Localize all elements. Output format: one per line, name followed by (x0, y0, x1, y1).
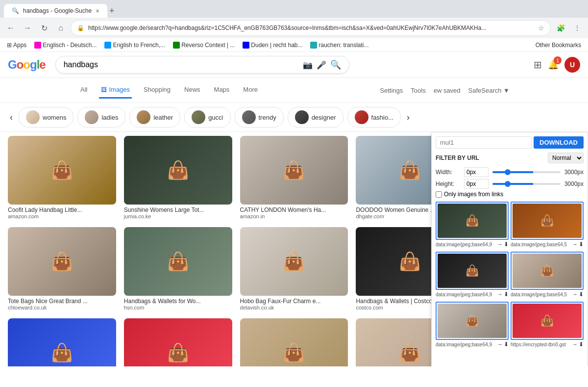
back-button[interactable]: ← (4, 21, 18, 35)
chip-leather[interactable]: leather (129, 107, 180, 128)
shopping-tab-label: Shopping (144, 86, 171, 93)
grid-apps-icon[interactable]: ⊞ (534, 59, 542, 71)
tab-all[interactable]: All (78, 82, 89, 99)
chips-prev-button[interactable]: ‹ (8, 110, 15, 125)
chip-gucci[interactable]: gucci (184, 107, 230, 128)
panel-width-slider[interactable] (492, 171, 561, 173)
bookmark-duden[interactable]: Duden | recht hab... (240, 41, 305, 50)
panel-height-max: 3000px (564, 181, 584, 187)
panel-url-download-5[interactable]: ⬇ (504, 341, 509, 348)
image-card-8[interactable]: 👜 Hobo Bag Faux-Fur Charm e... delavish.… (240, 227, 348, 310)
panel-height-min-input[interactable] (464, 179, 489, 189)
panel-url-download-1[interactable]: ⬇ (504, 241, 509, 248)
panel-filter-row: FILTER BY URL Normal Large Medium Small (436, 153, 584, 163)
panel-url-download-3[interactable]: ⬇ (504, 291, 509, 298)
panel-links-checkbox[interactable] (436, 191, 442, 198)
search-bar[interactable]: 📷 🎤 🔍 (55, 56, 349, 74)
panel-url-download-2[interactable]: ⬇ (579, 241, 584, 248)
tab-favicon: 🔍 (12, 7, 19, 14)
image-card-3[interactable]: 👜 CATHY LONDON Women's Ha... amazon.in (240, 136, 348, 219)
tab-images[interactable]: 🖼 Images (99, 82, 132, 99)
bookmark-apps[interactable]: ⊞ Apps (4, 41, 29, 50)
image-card-2-title: Sunshine Womens Large Tot... (124, 206, 232, 213)
panel-download-button[interactable]: DOWNLOAD (534, 136, 584, 149)
panel-url-row-6: https://encrypted-tbn0.gst → ⬇ (511, 341, 584, 348)
panel-url-download-6[interactable]: ⬇ (579, 341, 584, 348)
panel-url-arrow-3[interactable]: → (497, 291, 503, 298)
chip-ladies[interactable]: ladies (77, 107, 125, 128)
all-tab-label: All (80, 86, 87, 93)
notification-badge[interactable]: 🔔 1 (548, 59, 559, 70)
saved-label: ew saved (434, 87, 461, 94)
bookmark-other[interactable]: Other Bookmarks (533, 41, 584, 50)
bookmark-duden-label: Duden | recht hab... (251, 42, 302, 49)
refresh-button[interactable]: ↻ (37, 21, 51, 35)
settings-link[interactable]: Settings (380, 87, 403, 94)
chip-gucci-circle (192, 110, 205, 124)
tools-link[interactable]: Tools (411, 87, 425, 94)
search-submit-icon[interactable]: 🔍 (330, 59, 341, 70)
bookmark-english-to[interactable]: English to French,... (101, 41, 168, 50)
chip-fashion[interactable]: fashio... (347, 107, 401, 128)
chips-next-button[interactable]: › (405, 110, 412, 125)
image-card-3-title: CATHY LONDON Women's Ha... (240, 206, 348, 213)
search-right-tabs: Settings Tools ew saved SafeSearch ▼ (380, 87, 510, 94)
panel-url-arrow-2[interactable]: → (572, 241, 578, 248)
image-card-1[interactable]: 👜 Coofit Lady Handbag Little... amazon.c… (8, 136, 116, 219)
panel-url-download-4[interactable]: ⬇ (579, 291, 584, 298)
safe-search-label[interactable]: SafeSearch ▼ (468, 87, 510, 94)
bookmark-englisch[interactable]: Englisch - Deutsch... (31, 41, 99, 50)
extensions-button[interactable]: 🧩 (554, 21, 567, 35)
panel-width-min-input[interactable] (464, 167, 489, 177)
bookmark-reverso[interactable]: Reverso Context | ... (170, 41, 238, 50)
panel-filter-input[interactable] (436, 136, 532, 149)
image-card-6-title: Tote Bags Nice Great Brand ... (8, 298, 116, 305)
home-button[interactable]: ⌂ (54, 21, 68, 35)
image-card-7[interactable]: 👜 Handbags & Wallets for Wo... hsn.com (124, 227, 232, 310)
tab-shopping[interactable]: Shopping (142, 82, 172, 99)
camera-search-icon[interactable]: 📷 (303, 60, 313, 70)
voice-search-icon[interactable]: 🎤 (317, 60, 326, 70)
panel-url-arrow-6[interactable]: → (572, 341, 578, 348)
news-tab-label: News (184, 86, 200, 93)
tab-news[interactable]: News (182, 82, 202, 99)
avatar[interactable]: U (564, 57, 580, 73)
image-card-11[interactable]: 👜 Handbags - ShopStyle shopstyle.com (8, 318, 116, 366)
google-header: Google 📷 🎤 🔍 ⊞ 🔔 1 U (0, 52, 588, 78)
address-input[interactable] (88, 25, 534, 31)
bookmark-rauchen[interactable]: rauchen: translati... (307, 41, 371, 50)
address-bar[interactable]: 🔒 ☆ (71, 20, 551, 36)
chip-designer-circle (295, 110, 309, 124)
browser-chrome: 🔍 handbags - Google-Suche ✕ + ← → ↻ ⌂ 🔒 … (0, 0, 588, 52)
chip-trendy-label: trendy (259, 114, 276, 121)
panel-url-row-4: data:image/jpeg;base64,5 → ⬇ (511, 291, 584, 298)
forward-button[interactable]: → (21, 21, 34, 35)
panel-url-text-6: https://encrypted-tbn0.gst (511, 342, 571, 347)
panel-url-arrow-4[interactable]: → (572, 291, 578, 298)
panel-img-group-2: 👜 data:image/jpeg;base64,5 → ⬇ (511, 202, 584, 250)
panel-url-arrow-1[interactable]: → (497, 241, 503, 248)
tab-bar: 🔍 handbags - Google-Suche ✕ + (0, 0, 588, 18)
panel-input-row: DOWNLOAD (436, 136, 584, 149)
image-card-6[interactable]: 👜 Tote Bags Nice Great Brand ... chloewa… (8, 227, 116, 310)
tab-close[interactable]: ✕ (96, 8, 99, 14)
bookmarks-bar: ⊞ Apps Englisch - Deutsch... English to … (0, 38, 588, 52)
panel-normal-select[interactable]: Normal Large Medium Small (548, 153, 584, 163)
image-card-12[interactable]: 👜 Brighton Designer Leather Handbags ...… (124, 318, 232, 366)
more-tab-label: More (243, 86, 258, 93)
tab-more[interactable]: More (241, 82, 260, 99)
chip-trendy[interactable]: trendy (235, 107, 284, 128)
tab-maps[interactable]: Maps (212, 82, 232, 99)
chip-trendy-circle (242, 110, 256, 124)
chip-womens[interactable]: womens (19, 107, 74, 128)
search-input[interactable] (64, 60, 297, 69)
new-tab-button[interactable]: + (109, 6, 115, 16)
panel-url-arrow-5[interactable]: → (497, 341, 503, 348)
chip-designer[interactable]: designer (288, 107, 343, 128)
image-card-13[interactable]: 👜 Handbags for sale of Ever Mar... junkm… (240, 318, 348, 366)
panel-height-slider[interactable] (492, 183, 561, 185)
menu-button[interactable]: ⋮ (570, 21, 584, 35)
active-tab[interactable]: 🔍 handbags - Google-Suche ✕ (4, 4, 107, 18)
image-card-2[interactable]: 👜 Sunshine Womens Large Tot... jumia.co.… (124, 136, 232, 219)
panel-img-box-6: 👜 (511, 302, 584, 340)
